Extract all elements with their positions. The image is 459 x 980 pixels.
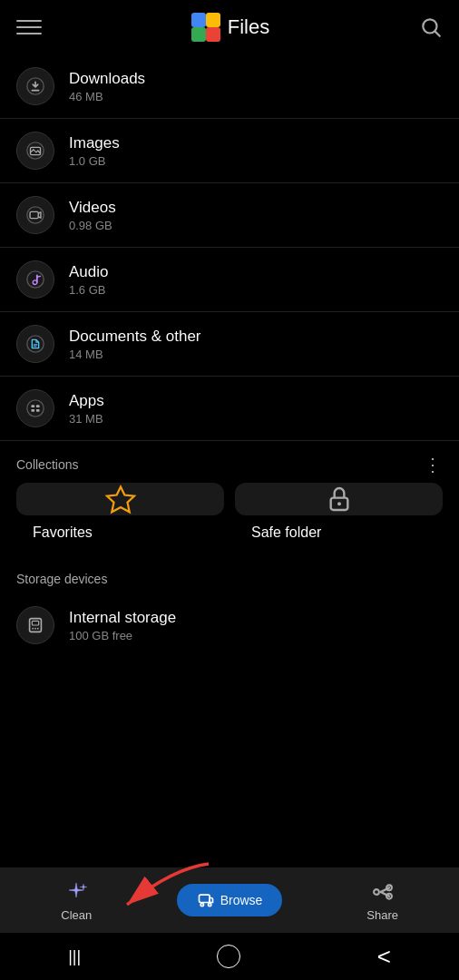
app-title: Files: [228, 15, 269, 39]
file-list: Downloads 46 MB Images 1.0 GB: [0, 54, 459, 441]
top-bar: Files: [0, 0, 459, 54]
svg-point-28: [32, 628, 34, 630]
svg-point-37: [374, 889, 379, 895]
svg-point-13: [27, 271, 44, 288]
svg-rect-19: [31, 405, 34, 407]
apps-icon: [16, 389, 54, 427]
recent-apps-button[interactable]: |||: [68, 947, 81, 966]
app-header: Files: [191, 13, 269, 42]
storage-name: Internal storage: [69, 609, 176, 627]
svg-point-25: [337, 502, 341, 505]
back-button[interactable]: <: [377, 943, 391, 971]
browse-label: Browse: [220, 893, 263, 907]
sparkle-icon: [63, 879, 89, 905]
svg-point-29: [34, 628, 36, 630]
svg-rect-2: [191, 27, 206, 42]
file-name-videos: Videos: [69, 199, 116, 217]
file-size-videos: 0.98 GB: [69, 219, 116, 232]
file-size-apps: 31 MB: [69, 412, 104, 426]
browse-pill[interactable]: Browse: [177, 884, 283, 916]
star-icon: [104, 483, 137, 515]
storage-title: Storage devices: [16, 572, 107, 586]
svg-rect-1: [206, 13, 220, 27]
collections-more-icon[interactable]: ⋮: [424, 454, 443, 475]
file-name-downloads: Downloads: [69, 70, 145, 88]
svg-rect-21: [31, 409, 34, 412]
svg-point-30: [37, 628, 39, 630]
svg-point-10: [33, 149, 34, 151]
collections-grid: Favorites Safe folder: [0, 483, 459, 559]
list-item-apps[interactable]: Apps 31 MB: [0, 377, 459, 441]
home-button[interactable]: [217, 945, 240, 968]
lock-icon: [325, 485, 354, 514]
svg-rect-0: [191, 13, 206, 27]
system-nav: ||| <: [0, 933, 459, 980]
safe-folder-card[interactable]: [235, 483, 443, 515]
file-size-documents: 14 MB: [69, 348, 201, 361]
list-item-audio[interactable]: Audio 1.6 GB: [0, 248, 459, 312]
file-name-images: Images: [69, 134, 120, 152]
clean-label: Clean: [61, 908, 92, 922]
share-icon: [370, 879, 396, 905]
file-size-images: 1.0 GB: [69, 154, 120, 168]
svg-rect-22: [36, 409, 40, 412]
file-size-audio: 1.6 GB: [69, 283, 108, 297]
collections-title: Collections: [16, 457, 78, 472]
svg-line-5: [435, 32, 440, 36]
list-item-downloads[interactable]: Downloads 46 MB: [0, 54, 459, 119]
file-name-apps: Apps: [69, 392, 104, 410]
internal-storage-icon: [16, 606, 54, 644]
storage-header: Storage devices: [0, 559, 459, 593]
menu-icon[interactable]: [16, 15, 42, 40]
documents-icon: [16, 325, 54, 363]
search-icon[interactable]: [419, 15, 443, 39]
app-logo-icon: [191, 13, 220, 42]
browse-icon: [197, 891, 215, 909]
bottom-nav: Clean Browse Share: [0, 867, 459, 933]
svg-point-18: [27, 400, 44, 416]
nav-item-share[interactable]: Share: [306, 879, 459, 922]
collections-header: Collections ⋮: [0, 441, 459, 483]
file-name-audio: Audio: [69, 263, 108, 281]
list-item-videos[interactable]: Videos 0.98 GB: [0, 183, 459, 248]
file-size-downloads: 46 MB: [69, 90, 145, 103]
nav-item-browse[interactable]: Browse: [153, 884, 307, 916]
svg-point-15: [27, 336, 44, 352]
images-icon: [16, 132, 54, 170]
list-item-documents[interactable]: Documents & other 14 MB: [0, 312, 459, 377]
audio-icon: [16, 260, 54, 299]
list-item-internal-storage[interactable]: Internal storage 100 GB free: [0, 593, 459, 657]
storage-size: 100 GB free: [69, 629, 176, 642]
svg-rect-27: [32, 621, 38, 625]
favorites-card[interactable]: [16, 483, 224, 515]
svg-rect-3: [206, 27, 220, 42]
videos-icon: [16, 196, 54, 234]
favorites-label: Favorites: [16, 521, 224, 552]
downloads-icon: [16, 67, 54, 105]
svg-point-34: [208, 903, 210, 906]
list-item-images[interactable]: Images 1.0 GB: [0, 119, 459, 183]
svg-point-8: [27, 142, 44, 159]
file-name-documents: Documents & other: [69, 328, 201, 346]
svg-rect-20: [36, 405, 40, 407]
safe-folder-label: Safe folder: [235, 521, 443, 552]
svg-point-33: [200, 903, 203, 906]
svg-rect-12: [30, 211, 38, 218]
svg-rect-32: [199, 895, 210, 902]
share-label: Share: [366, 908, 398, 922]
svg-marker-23: [107, 487, 134, 513]
nav-item-clean[interactable]: Clean: [0, 879, 153, 922]
